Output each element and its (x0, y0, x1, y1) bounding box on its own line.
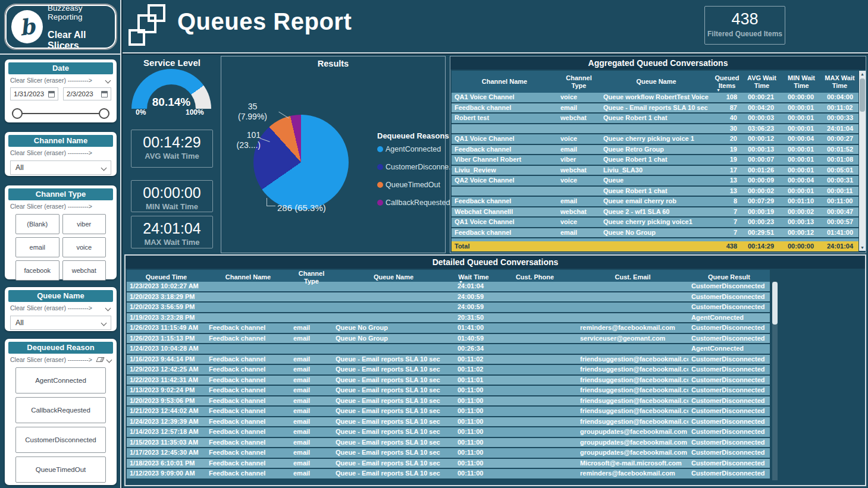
table-cell: 00:00:31 (821, 176, 858, 187)
column-header[interactable]: Channel Type (557, 71, 600, 93)
scrollbar-thumb[interactable] (860, 78, 865, 112)
channel-type-option[interactable]: (Blank) (15, 214, 59, 234)
column-header[interactable]: Channel Name (452, 71, 557, 93)
dequeued-reason-option[interactable]: AgentConnected (15, 367, 106, 393)
channel-type-option[interactable]: webchat (62, 260, 106, 281)
aggregated-table: Channel NameChannel TypeQueue NameQueued… (452, 71, 858, 251)
table-row[interactable]: Feedback channelemailQueue No Group700:2… (452, 228, 858, 239)
table-row[interactable]: Feedback channelemailQueue email cherry … (452, 197, 858, 207)
column-header[interactable]: Queued Time (127, 270, 206, 285)
aggregated-scrollbar[interactable]: ▲ ▼ (859, 71, 866, 251)
table-row[interactable]: QA1 Voice ChannelvoiceQueue cherry picki… (452, 218, 858, 228)
table-row[interactable]: QA2 Voice ChannelvoiceQueue1300:00:0900:… (452, 176, 858, 187)
clear-date-slicer-link[interactable]: Clear Slicer (eraser) ----------> (10, 77, 92, 84)
column-header[interactable]: MAX Wait Time (821, 71, 858, 93)
table-row[interactable]: 1/29/2023 12:42:25 AMFeedback channelema… (127, 365, 770, 376)
table-row[interactable]: 1/26/2023 1:15:13 PMFeedback channelemai… (127, 334, 770, 345)
date-start-input[interactable]: 1/31/2023 (10, 87, 58, 100)
column-header[interactable]: Wait Time▼ (455, 270, 493, 285)
table-row[interactable]: 1/20/2023 3:56:59 PM24:00:59CustomerDisc… (127, 303, 770, 313)
table-row[interactable]: 1/18/2023 6:10:01 PMFeedback channelemai… (127, 459, 770, 470)
clear-all-slicers-button[interactable]: b Buzzeasy Reporting Clear All Slicers (4, 4, 117, 50)
chevron-down-icon[interactable] (105, 77, 111, 83)
table-row[interactable]: Viber Channel RobertviberQueue Robert 1 … (452, 155, 858, 166)
table-row[interactable]: QA1 Voice ChannelvoiceQueue cherry picki… (452, 134, 858, 145)
date-end-input[interactable]: 2/3/2023 (63, 87, 111, 100)
column-header[interactable]: AVG Wait Time (742, 71, 782, 93)
eraser-icon[interactable] (96, 357, 105, 362)
column-header[interactable]: Queued Items▼ (712, 71, 742, 93)
channel-name-dropdown[interactable]: All (10, 160, 111, 175)
chevron-down-icon[interactable] (105, 305, 111, 311)
detailed-scrollbar[interactable] (772, 282, 778, 480)
clear-channel-name-link[interactable]: Clear Slicer (eraser) ----------> (10, 149, 92, 156)
queue-name-dropdown[interactable]: All (10, 316, 111, 330)
channel-type-option[interactable]: email (15, 237, 59, 257)
table-row[interactable]: 1/15/2023 11:35:03 AMFeedback channelema… (127, 438, 770, 449)
clear-queue-name-link[interactable]: Clear Slicer (eraser) ----------> (10, 304, 92, 311)
table-cell: Feedback channel (206, 469, 290, 480)
channel-type-option[interactable]: voice (62, 237, 106, 257)
channel-type-option[interactable]: facebook (15, 260, 59, 281)
table-cell: email (290, 459, 333, 470)
table-cell: 01:41:00 (821, 228, 858, 239)
table-row[interactable]: 1/12/2023 9:09:00 AMFeedback channelemai… (127, 469, 770, 480)
table-row[interactable]: 1/20/2023 9:53:06 PMFeedback channelemai… (127, 396, 770, 407)
dequeued-reasons-pie[interactable] (253, 115, 349, 210)
table-row[interactable]: 1/13/2023 9:02:24 PMFeedback channelemai… (127, 386, 770, 396)
date-range-slider[interactable] (13, 107, 108, 120)
table-row[interactable]: 1/22/2023 11:42:31 AMFeedback channelema… (127, 376, 770, 386)
dequeued-reason-option[interactable]: CustomerDisconnected (15, 427, 106, 453)
column-header[interactable]: Queue Result (688, 270, 770, 285)
table-row[interactable]: 1/17/2023 12:45:30 AMFeedback channelema… (127, 448, 770, 459)
legend-item[interactable]: QueueTimedOut (377, 181, 455, 189)
scroll-up-icon[interactable]: ▲ (859, 71, 866, 77)
column-header[interactable]: Channel Name (206, 270, 290, 285)
column-header[interactable]: Queue Name (333, 270, 455, 285)
column-header[interactable]: Cust. Phone (493, 270, 577, 285)
slider-handle-end[interactable] (99, 108, 109, 119)
legend-item[interactable]: CallbackRequested (377, 199, 455, 207)
table-row[interactable]: 1/24/2023 12:39:39 AMFeedback channelema… (127, 417, 770, 428)
table-row[interactable]: QA1 Voice ChannelvoiceQueue workflow Rob… (452, 93, 858, 103)
table-cell: 00:00:01 (782, 155, 821, 166)
table-row[interactable]: Webchat ChannelllwebchatQueue 2 - wf1 SL… (452, 207, 858, 218)
dequeued-reason-option[interactable]: CallbackRequested (15, 397, 106, 423)
table-row[interactable]: 1/19/2023 3:23:28 PM20:31:50AgentConnect… (127, 313, 770, 324)
calendar-icon[interactable] (101, 91, 108, 97)
table-cell (290, 313, 333, 324)
table-row[interactable]: Queue Robert 1 chat1300:00:0200:00:0100:… (452, 187, 858, 197)
table-row[interactable]: 1/24/2023 10:04:28 AM00:26:34AgentConnec… (127, 344, 770, 355)
table-row[interactable]: 1/16/2023 9:44:14 PMFeedback channelemai… (127, 355, 770, 366)
column-header[interactable]: MIN Wait Time (782, 71, 821, 93)
legend-item[interactable]: AgentConnected (377, 145, 455, 153)
calendar-icon[interactable] (48, 91, 55, 97)
scroll-down-icon[interactable]: ▼ (859, 244, 866, 251)
table-row[interactable]: Liviu_ReviewwebchatLiviu_SLA301700:01:26… (452, 166, 858, 177)
table-row[interactable]: Feedback channelemailQueue - Email repor… (452, 103, 858, 114)
table-cell: 19 (712, 145, 742, 156)
chevron-down-icon[interactable] (106, 357, 112, 363)
column-header[interactable]: Cust. Email (577, 270, 688, 285)
table-row[interactable]: 1/14/2023 12:57:18 AMFeedback channelema… (127, 427, 770, 438)
table-cell: 20:31:50 (455, 313, 493, 324)
table-row[interactable]: 1/20/2023 3:18:29 PM24:00:59CustomerDisc… (127, 292, 770, 303)
scrollbar-thumb[interactable] (772, 282, 778, 325)
table-row[interactable]: Robert testwebchatQueue Robert 1 chat400… (452, 114, 858, 124)
clear-dequeued-reason-link[interactable]: Clear Slicer (eraser) ----------> (10, 356, 92, 363)
clear-channel-type-link[interactable]: Clear Slicer (eraser) ----------> (10, 203, 92, 210)
column-header[interactable]: Channel Type (290, 270, 333, 285)
column-header-label: Channel Type (559, 74, 598, 89)
table-row[interactable]: 3003:06:2300:00:0124:01:04 (452, 124, 858, 135)
table-row[interactable]: 1/21/2023 12:44:02 AMFeedback channelema… (127, 407, 770, 417)
table-cell: CustomerDisconnected (688, 448, 770, 459)
table-cell (493, 323, 577, 334)
table-row[interactable]: 1/26/2023 11:15:49 AMFeedback channelema… (127, 323, 770, 334)
column-header[interactable]: Queue Name (600, 71, 712, 93)
table-row[interactable]: Feedback channelemailQueue Retro Group19… (452, 145, 858, 156)
table-cell: 01:40:59 (455, 334, 493, 345)
slider-handle-start[interactable] (12, 108, 23, 119)
channel-type-option[interactable]: viber (62, 214, 106, 234)
legend-item[interactable]: CustomerDisconne... (377, 163, 455, 171)
dequeued-reason-option[interactable]: QueueTimedOut (15, 456, 106, 483)
